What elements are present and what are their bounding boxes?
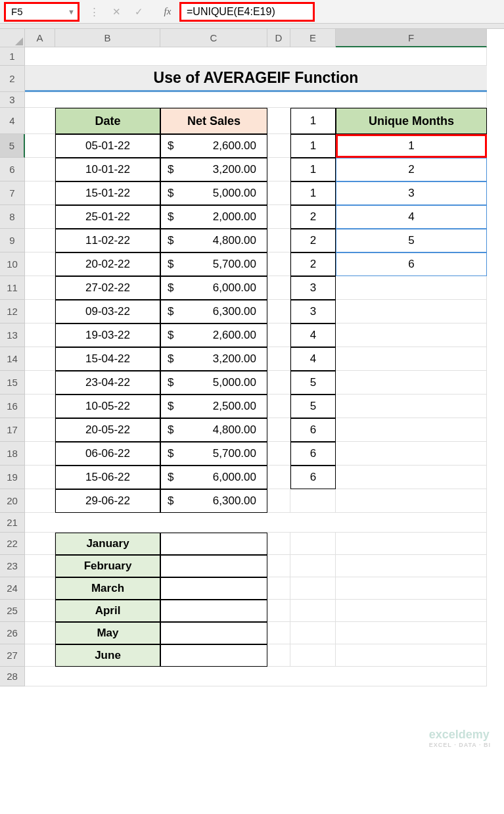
- row-header-20[interactable]: 20: [0, 489, 25, 513]
- cell-A8[interactable]: [25, 205, 55, 229]
- cell-E8[interactable]: 2: [290, 205, 336, 229]
- cell-D4[interactable]: [267, 108, 290, 134]
- cell-D18[interactable]: [267, 442, 290, 466]
- cell-E15[interactable]: 5: [290, 371, 336, 395]
- month-label-February[interactable]: February: [55, 555, 160, 577]
- cell-blank[interactable]: [25, 47, 487, 66]
- cell-A19[interactable]: [25, 466, 55, 489]
- cell-C5[interactable]: $ 2,600.00: [160, 134, 267, 158]
- cell-blank21[interactable]: [25, 513, 487, 533]
- cell-F9[interactable]: 5: [336, 229, 487, 252]
- cell-blank[interactable]: [25, 92, 487, 108]
- row-header-19[interactable]: 19: [0, 466, 25, 489]
- confirm-icon[interactable]: ✓: [133, 6, 144, 18]
- cell-A25[interactable]: [25, 600, 55, 622]
- cell-A5[interactable]: [25, 134, 55, 158]
- cell-A20[interactable]: [25, 489, 55, 513]
- col-header-E[interactable]: E: [290, 29, 336, 47]
- cell-E5[interactable]: 1: [290, 134, 336, 158]
- col-header-C[interactable]: C: [160, 29, 267, 47]
- cell-E16[interactable]: 5: [290, 395, 336, 418]
- cell-F5[interactable]: 1: [336, 134, 487, 158]
- col-header-D[interactable]: D: [267, 29, 290, 47]
- row-header-4[interactable]: 4: [0, 108, 25, 134]
- cell-C25[interactable]: [160, 600, 267, 622]
- col-header-F[interactable]: F: [336, 29, 487, 47]
- cell-D17[interactable]: [267, 418, 290, 442]
- col-header-A[interactable]: A: [25, 29, 55, 47]
- cell-A16[interactable]: [25, 395, 55, 418]
- cell-C19[interactable]: $ 6,000.00: [160, 466, 267, 489]
- cell-E25[interactable]: [290, 600, 336, 622]
- cell-F17[interactable]: [336, 418, 487, 442]
- cell-C17[interactable]: $ 4,800.00: [160, 418, 267, 442]
- row-header-25[interactable]: 25: [0, 600, 25, 622]
- cell-C6[interactable]: $ 3,200.00: [160, 158, 267, 181]
- cell-F7[interactable]: 3: [336, 181, 487, 205]
- cell-C7[interactable]: $ 5,000.00: [160, 181, 267, 205]
- cell-D9[interactable]: [267, 229, 290, 252]
- month-label-May[interactable]: May: [55, 622, 160, 644]
- cell-D26[interactable]: [267, 622, 290, 644]
- cell-B5[interactable]: 05-01-22: [55, 134, 160, 158]
- cell-E18[interactable]: 6: [290, 442, 336, 466]
- cell-A14[interactable]: [25, 347, 55, 371]
- cell-D25[interactable]: [267, 600, 290, 622]
- cell-A6[interactable]: [25, 158, 55, 181]
- row-header-3[interactable]: 3: [0, 92, 25, 108]
- row-header-26[interactable]: 26: [0, 622, 25, 644]
- fx-icon[interactable]: fx: [162, 6, 173, 17]
- cell-D8[interactable]: [267, 205, 290, 229]
- cell-A12[interactable]: [25, 300, 55, 323]
- cell-E26[interactable]: [290, 622, 336, 644]
- row-header-11[interactable]: 11: [0, 276, 25, 300]
- cell-A7[interactable]: [25, 181, 55, 205]
- cell-C9[interactable]: $ 4,800.00: [160, 229, 267, 252]
- cell-D6[interactable]: [267, 158, 290, 181]
- cell-C23[interactable]: [160, 555, 267, 577]
- cell-C13[interactable]: $ 2,600.00: [160, 323, 267, 347]
- select-all-corner[interactable]: [0, 29, 25, 47]
- cell-D10[interactable]: [267, 252, 290, 276]
- month-label-June[interactable]: June: [55, 644, 160, 667]
- cell-F18[interactable]: [336, 442, 487, 466]
- cell-A24[interactable]: [25, 577, 55, 600]
- cell-A10[interactable]: [25, 252, 55, 276]
- cell-E6[interactable]: 1: [290, 158, 336, 181]
- cell-A23[interactable]: [25, 555, 55, 577]
- cell-E7[interactable]: 1: [290, 181, 336, 205]
- cell-F10[interactable]: 6: [336, 252, 487, 276]
- cell-A22[interactable]: [25, 533, 55, 555]
- cell-C18[interactable]: $ 5,700.00: [160, 442, 267, 466]
- cell-F23[interactable]: [336, 555, 487, 577]
- cell-E14[interactable]: 4: [290, 347, 336, 371]
- row-header-23[interactable]: 23: [0, 555, 25, 577]
- cell-E4[interactable]: 1: [290, 108, 336, 134]
- cell-D16[interactable]: [267, 395, 290, 418]
- cell-A9[interactable]: [25, 229, 55, 252]
- cell-E17[interactable]: 6: [290, 418, 336, 442]
- row-header-21[interactable]: 21: [0, 513, 25, 533]
- cell-B9[interactable]: 11-02-22: [55, 229, 160, 252]
- cell-D7[interactable]: [267, 181, 290, 205]
- cell-E20[interactable]: [290, 489, 336, 513]
- cell-B10[interactable]: 20-02-22: [55, 252, 160, 276]
- cell-A26[interactable]: [25, 622, 55, 644]
- row-header-15[interactable]: 15: [0, 371, 25, 395]
- cell-D23[interactable]: [267, 555, 290, 577]
- month-label-April[interactable]: April: [55, 600, 160, 622]
- row-header-2[interactable]: 2: [0, 66, 25, 92]
- row-header-28[interactable]: 28: [0, 667, 25, 686]
- row-header-6[interactable]: 6: [0, 158, 25, 181]
- cell-C16[interactable]: $ 2,500.00: [160, 395, 267, 418]
- row-header-1[interactable]: 1: [0, 47, 25, 66]
- cell-C22[interactable]: [160, 533, 267, 555]
- row-header-5[interactable]: 5: [0, 134, 25, 158]
- cell-A27[interactable]: [25, 644, 55, 667]
- formula-input[interactable]: =UNIQUE(E4:E19): [179, 2, 315, 22]
- cell-B12[interactable]: 09-03-22: [55, 300, 160, 323]
- cell-F24[interactable]: [336, 577, 487, 600]
- cell-C27[interactable]: [160, 644, 267, 667]
- cell-F22[interactable]: [336, 533, 487, 555]
- row-header-16[interactable]: 16: [0, 395, 25, 418]
